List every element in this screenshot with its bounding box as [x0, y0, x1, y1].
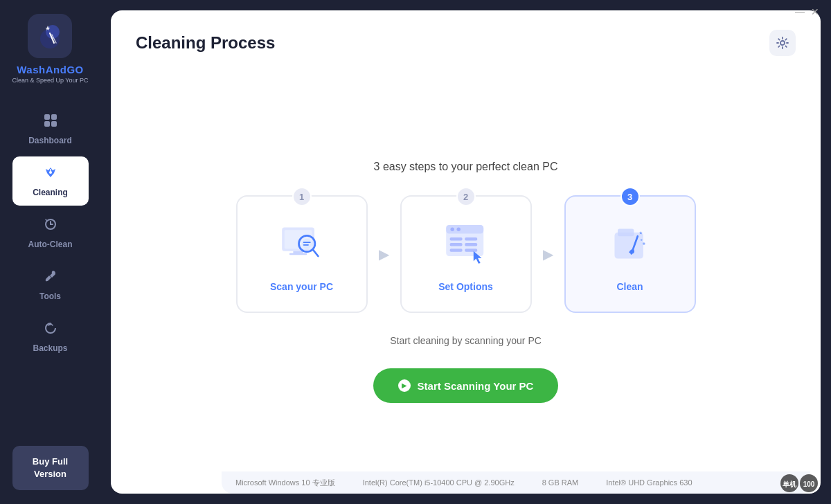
dashboard-icon — [43, 113, 58, 132]
svg-rect-7 — [44, 121, 50, 127]
step-label-scan: Scan your PC — [270, 281, 333, 292]
tools-label: Tools — [39, 291, 61, 301]
auto-clean-icon — [43, 217, 58, 235]
step-badge-2: 2 — [456, 187, 476, 206]
cleaning-label: Cleaning — [33, 188, 68, 197]
svg-point-12 — [780, 41, 785, 45]
svg-point-18 — [302, 239, 312, 249]
svg-point-24 — [450, 228, 454, 231]
steps-subtitle: 3 easy steps to your perfect clean PC — [374, 161, 558, 173]
watermark: 单机 100 — [780, 474, 821, 496]
buy-btn-line2: Version — [34, 469, 66, 479]
status-bar: Microsoft Windows 10 专业版 Intel(R) Core(T… — [222, 471, 810, 494]
steps-row: 1 — [236, 195, 696, 313]
svg-point-37 — [640, 239, 642, 241]
dashboard-label: Dashboard — [28, 136, 72, 145]
buy-btn-line1: Buy Full — [33, 456, 68, 467]
step-card-options: 2 — [400, 195, 532, 313]
svg-rect-34 — [618, 228, 634, 236]
svg-rect-30 — [449, 249, 462, 252]
minimize-button[interactable]: — — [795, 7, 805, 17]
svg-rect-33 — [614, 233, 643, 259]
step-icon-scan — [274, 216, 330, 271]
cleaning-icon — [43, 165, 58, 183]
status-gpu: Intel® UHD Graphics 630 — [606, 478, 692, 487]
svg-rect-26 — [449, 237, 462, 241]
svg-line-19 — [313, 250, 318, 256]
settings-button[interactable] — [769, 30, 796, 56]
step-card-clean: 3 Clean — [564, 195, 696, 313]
sidebar-item-tools[interactable]: Tools — [12, 260, 89, 309]
step-label-options: Set Options — [438, 281, 493, 292]
arrow-2: ▶ — [543, 246, 553, 262]
tools-icon — [43, 269, 58, 287]
backups-label: Backups — [33, 343, 67, 353]
logo-area: WashAndGO Clean & Speed Up Your PC — [12, 14, 88, 84]
svg-rect-16 — [289, 253, 307, 255]
close-button[interactable]: ✕ — [810, 7, 820, 17]
svg-rect-8 — [51, 121, 57, 127]
auto-clean-label: Auto-Clean — [28, 240, 73, 249]
logo-subtitle: Clean & Speed Up Your PC — [12, 77, 88, 84]
svg-text:单机: 单机 — [783, 480, 797, 488]
logo-and: And — [46, 64, 67, 75]
step-badge-3: 3 — [620, 187, 640, 206]
content-header: Cleaning Process — [111, 10, 821, 70]
svg-point-36 — [643, 242, 645, 245]
start-btn-label: Start Scanning Your PC — [418, 380, 534, 392]
sidebar-item-backups[interactable]: Backups — [12, 312, 89, 361]
svg-rect-29 — [465, 243, 477, 246]
sidebar-item-auto-clean[interactable]: Auto-Clean — [12, 208, 89, 258]
svg-rect-28 — [449, 243, 462, 246]
step-label-clean: Clean — [616, 281, 643, 292]
main-content: Cleaning Process 3 easy steps to your pe… — [111, 10, 821, 494]
content-body: 3 easy steps to your perfect clean PC 1 — [111, 70, 821, 494]
sidebar: WashAndGO Clean & Speed Up Your PC Dashb… — [0, 0, 100, 504]
status-os: Microsoft Windows 10 专业版 — [235, 478, 335, 488]
svg-rect-31 — [465, 249, 477, 252]
arrow-1: ▶ — [379, 246, 389, 262]
svg-rect-6 — [51, 114, 57, 120]
step-badge-1: 1 — [292, 187, 312, 206]
page-title: Cleaning Process — [136, 33, 275, 53]
buy-full-version-button[interactable]: Buy Full Version — [12, 446, 89, 490]
status-cpu: Intel(R) Core(TM) i5-10400 CPU @ 2.90GHz — [363, 478, 515, 487]
status-ram: 8 GB RAM — [542, 478, 579, 487]
step-icon-clean — [602, 216, 658, 271]
scan-hint: Start cleaning by scanning your PC — [390, 335, 542, 346]
backups-icon — [43, 321, 58, 339]
start-scanning-button[interactable]: ▶ Start Scanning Your PC — [373, 368, 559, 403]
svg-rect-27 — [465, 237, 477, 241]
gear-icon — [776, 37, 789, 49]
step-card-scan: 1 — [236, 195, 368, 313]
play-icon: ▶ — [398, 379, 411, 392]
svg-rect-5 — [44, 114, 50, 120]
svg-point-25 — [456, 228, 460, 231]
sidebar-item-dashboard[interactable]: Dashboard — [12, 105, 89, 154]
step-icon-options — [438, 216, 494, 271]
title-bar: — ✕ — [784, 0, 831, 24]
logo-go: GO — [66, 64, 83, 75]
sidebar-item-cleaning[interactable]: Cleaning — [12, 156, 89, 206]
svg-text:100: 100 — [803, 480, 815, 488]
logo-icon — [28, 14, 72, 58]
logo-title: WashAndGO — [17, 64, 83, 75]
logo-wash: Wash — [17, 64, 45, 75]
